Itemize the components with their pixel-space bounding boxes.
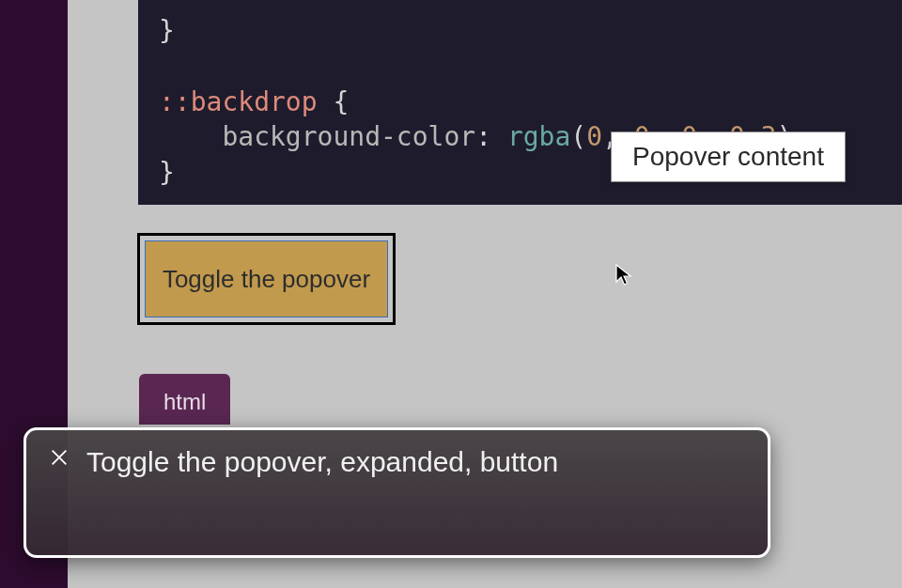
toggle-popover-button-label: Toggle the popover: [163, 265, 370, 294]
code-selector: ::backdrop: [159, 86, 318, 117]
code-colon: :: [475, 121, 491, 152]
code-property: background-color: [222, 121, 475, 152]
close-icon: [49, 447, 70, 468]
accessibility-announcement-panel: Toggle the popover, expanded, button: [23, 427, 770, 558]
popover-content-text: Popover content: [632, 142, 824, 171]
tab-html[interactable]: html: [139, 374, 230, 425]
code-arg-0: 0: [586, 121, 602, 152]
code-open-paren: (: [570, 121, 586, 152]
popover-panel: Popover content: [611, 132, 846, 182]
code-brace-open: {: [333, 86, 349, 117]
code-brace-close: }: [159, 157, 175, 188]
cursor-icon: [615, 264, 632, 286]
code-brace-close-prev: }: [159, 15, 175, 46]
tab-html-label: html: [163, 389, 206, 414]
toggle-popover-button[interactable]: Toggle the popover: [137, 233, 396, 325]
code-func: rgba: [507, 121, 570, 152]
close-button[interactable]: [45, 443, 73, 472]
accessibility-announcement-text: Toggle the popover, expanded, button: [86, 443, 558, 479]
